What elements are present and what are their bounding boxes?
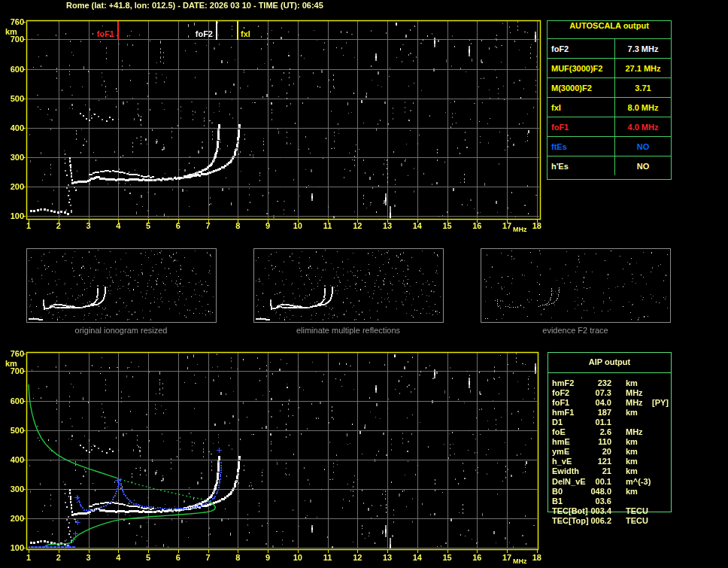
autoscala-param-value: 4.0 MHz bbox=[615, 123, 671, 132]
aip-param-name: hmF1 bbox=[552, 408, 574, 417]
y-tick-label-top: 100 bbox=[0, 211, 24, 220]
aip-param-value: 00.1 bbox=[578, 477, 611, 486]
autoscala-screen: Rome (lat: +41.8, lon: 012.5) - DATE: 20… bbox=[0, 0, 728, 568]
thumbnail-caption-multiples: eliminate multiple reflections bbox=[253, 326, 443, 335]
station-title: Rome (lat: +41.8, lon: 012.5) - DATE: 20… bbox=[66, 1, 323, 10]
x-tick-label-bottom: 14 bbox=[408, 553, 426, 562]
x-tick-label-top: 3 bbox=[80, 221, 98, 230]
y-tick-label-bottom: 400 bbox=[0, 455, 24, 464]
aip-param-name: hmE bbox=[552, 437, 570, 446]
aip-param-name: Ewidth bbox=[552, 466, 579, 475]
autoscala-row-MUF3000F2: MUF(3000)F227.1 MHz bbox=[548, 59, 671, 78]
x-tick-label-bottom: 2 bbox=[50, 553, 68, 562]
autoscala-param-value: 3.71 bbox=[615, 84, 671, 93]
aip-param-value: 01.1 bbox=[578, 418, 611, 427]
autoscala-param-label: h'Es bbox=[548, 156, 615, 175]
autoscala-table-header: AUTOSCALA output bbox=[548, 21, 671, 39]
x-tick-label-bottom: 10 bbox=[289, 553, 307, 562]
x-tick-label-bottom: 7 bbox=[199, 553, 217, 562]
autoscala-row-foF2: foF27.3 MHz bbox=[548, 39, 671, 59]
autoscala-param-label: foF2 bbox=[548, 39, 615, 58]
x-tick-label-bottom: 17 bbox=[498, 553, 516, 562]
y-tick-label-top: 760 bbox=[0, 17, 24, 26]
autoscala-param-value: 7.3 MHz bbox=[615, 44, 671, 53]
x-tick-label-bottom: 18 bbox=[528, 553, 546, 562]
x-tick-label-top: 18 bbox=[528, 221, 546, 230]
autoscala-param-label: foF1 bbox=[548, 117, 615, 136]
x-tick-label-top: 17 bbox=[498, 221, 516, 230]
x-tick-label-top: 9 bbox=[259, 221, 277, 230]
y-tick-label-top: 500 bbox=[0, 94, 24, 103]
x-tick-label-bottom: 12 bbox=[348, 553, 366, 562]
aip-param-name: ymE bbox=[552, 447, 569, 456]
aip-param-value: 03.6 bbox=[578, 497, 611, 506]
autoscala-param-label: ftEs bbox=[548, 137, 615, 156]
x-tick-label-bottom: 1 bbox=[20, 553, 38, 562]
aip-param-unit: m^(-3) bbox=[626, 477, 651, 486]
y-tick-label-bottom: 500 bbox=[0, 426, 24, 435]
x-tick-label-bottom: 3 bbox=[80, 553, 98, 562]
autoscala-output-table: AUTOSCALA output foF27.3 MHzMUF(3000)F22… bbox=[547, 20, 672, 180]
aip-param-unit: km bbox=[626, 378, 638, 387]
aip-param-name: hmF2 bbox=[552, 378, 574, 387]
y-tick-label-top: 400 bbox=[0, 123, 24, 132]
x-tick-label-bottom: 13 bbox=[378, 553, 396, 562]
fxI-marker-label: fxI bbox=[241, 29, 250, 38]
x-tick-label-top: 8 bbox=[229, 221, 247, 230]
y-tick-label-bottom: 200 bbox=[0, 514, 24, 523]
aip-param-unit: km bbox=[626, 437, 638, 446]
x-tick-label-bottom: 6 bbox=[169, 553, 187, 562]
y-tick-label-bottom: 300 bbox=[0, 484, 24, 494]
x-tick-label-top: 5 bbox=[139, 221, 157, 230]
aip-param-value: 21 bbox=[578, 466, 611, 475]
aip-param-value: 20 bbox=[578, 447, 611, 456]
autoscala-param-label: M(3000)F2 bbox=[548, 78, 615, 97]
aip-param-value: 2.6 bbox=[578, 427, 611, 436]
aip-param-unit: km bbox=[626, 457, 638, 466]
autoscala-param-value: 27.1 MHz bbox=[615, 64, 671, 73]
aip-param-value: 048.0 bbox=[578, 487, 611, 496]
y-tick-label-bottom: 700 bbox=[0, 366, 24, 375]
x-tick-label-top: 13 bbox=[378, 221, 396, 230]
aip-param-unit: km bbox=[626, 447, 638, 456]
x-tick-label-top: 16 bbox=[468, 221, 486, 230]
y-tick-label-bottom: 600 bbox=[0, 396, 24, 405]
aip-param-name: D1 bbox=[552, 418, 563, 427]
y-tick-label-bottom: 760 bbox=[0, 349, 24, 358]
aip-param-value: 003.4 bbox=[578, 506, 611, 515]
x-tick-label-top: 14 bbox=[408, 221, 426, 230]
aip-param-unit: MHz bbox=[626, 427, 643, 436]
autoscala-param-label: fxI bbox=[548, 98, 615, 117]
x-tick-label-top: 10 bbox=[289, 221, 307, 230]
aip-param-name: h_vE bbox=[552, 457, 572, 466]
x-tick-label-bottom: 5 bbox=[139, 553, 157, 562]
y-tick-label-bottom: 100 bbox=[0, 543, 24, 552]
aip-param-value: 121 bbox=[578, 457, 611, 466]
aip-param-name: B1 bbox=[552, 497, 563, 506]
x-tick-label-top: 2 bbox=[50, 221, 68, 230]
foF2-marker-label: foF2 bbox=[183, 29, 213, 38]
aip-param-unit: TECU bbox=[626, 506, 648, 515]
aip-param-name: B0 bbox=[552, 487, 563, 496]
aip-param-note: [PY] bbox=[652, 398, 669, 407]
x-tick-label-top: 12 bbox=[348, 221, 366, 230]
y-tick-label-top: 200 bbox=[0, 182, 24, 191]
aip-param-unit: MHz bbox=[626, 398, 643, 407]
autoscala-row-foF1: foF14.0 MHz bbox=[548, 117, 671, 137]
x-tick-label-bottom: 9 bbox=[259, 553, 277, 562]
autoscala-param-value: NO bbox=[615, 162, 671, 171]
x-tick-label-bottom: 15 bbox=[438, 553, 457, 562]
x-tick-label-top: 15 bbox=[438, 221, 457, 230]
foF1-marker-label: foF1 bbox=[84, 29, 114, 38]
autoscala-row-M3000F2: M(3000)F23.71 bbox=[548, 78, 671, 98]
x-tick-label-top: 1 bbox=[20, 221, 38, 230]
autoscala-row-fxI: fxI8.0 MHz bbox=[548, 98, 671, 117]
aip-param-value: 232 bbox=[578, 378, 611, 387]
aip-param-value: 04.0 bbox=[578, 398, 611, 407]
x-tick-label-bottom: 11 bbox=[319, 553, 337, 562]
aip-param-value: 187 bbox=[578, 408, 611, 417]
aip-param-unit: km bbox=[626, 466, 638, 475]
autoscala-param-label: MUF(3000)F2 bbox=[548, 59, 615, 77]
autoscala-param-value: 8.0 MHz bbox=[615, 103, 671, 112]
x-tick-label-bottom: 8 bbox=[229, 553, 247, 562]
